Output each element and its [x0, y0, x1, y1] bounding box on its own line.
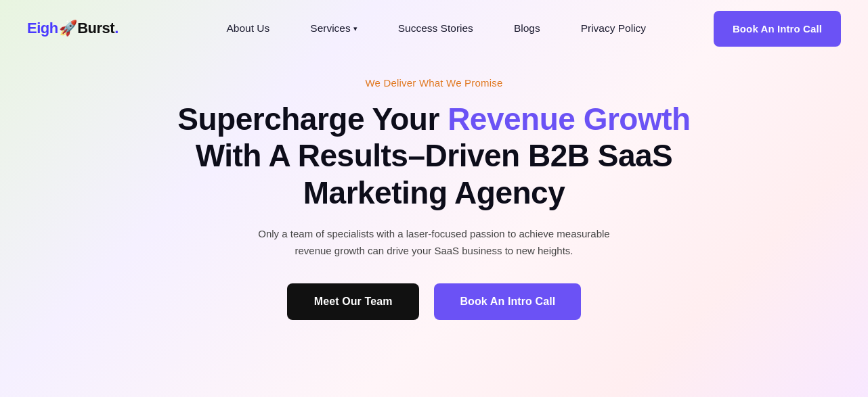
- nav-link-success[interactable]: Success Stories: [378, 16, 494, 41]
- hero-buttons: Meet Our Team Book An Intro Call: [287, 283, 581, 320]
- hero-section: We Deliver What We Promise Supercharge Y…: [0, 57, 868, 320]
- logo-dot: .: [114, 20, 118, 37]
- nav-link-privacy[interactable]: Privacy Policy: [561, 16, 666, 41]
- hero-subtext: Only a team of specialists with a laser-…: [244, 226, 624, 260]
- navigation: Eigh🚀Burst. About Us Services ▾ Success …: [0, 0, 868, 57]
- nav-item-blogs[interactable]: Blogs: [494, 16, 561, 41]
- logo[interactable]: Eigh🚀Burst.: [27, 20, 118, 37]
- hero-heading-part1: Supercharge Your: [177, 101, 448, 137]
- hero-heading-accent: Revenue Growth: [448, 101, 691, 137]
- nav-link-services[interactable]: Services ▾: [290, 16, 377, 41]
- book-intro-call-button[interactable]: Book An Intro Call: [434, 283, 581, 320]
- logo-text-burst: Burst: [77, 20, 114, 37]
- logo-text-eight: Eigh: [27, 20, 58, 37]
- hero-heading: Supercharge Your Revenue Growth With A R…: [156, 101, 712, 211]
- nav-item-services[interactable]: Services ▾: [290, 16, 377, 41]
- nav-link-about[interactable]: About Us: [207, 16, 290, 41]
- logo-icon: 🚀: [59, 20, 77, 37]
- nav-item-success[interactable]: Success Stories: [378, 16, 494, 41]
- hero-heading-part2: With A Results–Driven B2B SaaS Marketing…: [196, 138, 673, 210]
- nav-book-call-button[interactable]: Book An Intro Call: [714, 11, 841, 47]
- hero-tagline: We Deliver What We Promise: [365, 77, 502, 89]
- nav-links: About Us Services ▾ Success Stories Blog…: [159, 16, 714, 41]
- nav-link-blogs[interactable]: Blogs: [494, 16, 561, 41]
- meet-team-button[interactable]: Meet Our Team: [287, 283, 420, 320]
- chevron-down-icon: ▾: [353, 24, 357, 33]
- nav-item-privacy[interactable]: Privacy Policy: [561, 16, 666, 41]
- nav-item-about[interactable]: About Us: [207, 16, 290, 41]
